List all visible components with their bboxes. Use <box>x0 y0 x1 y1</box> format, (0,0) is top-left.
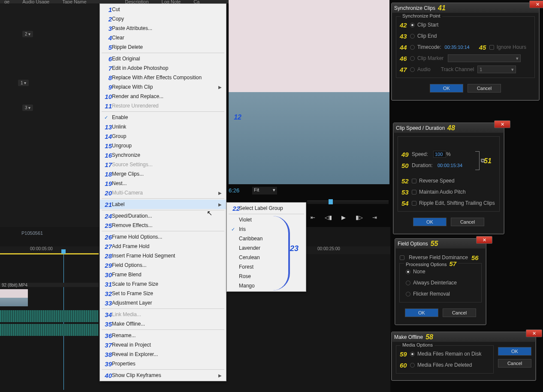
synchronize-clips-dialog: Synchronize Clips41 ✕ Synchronize Point … <box>391 3 540 101</box>
menu-item[interactable]: 22Select Label Group <box>227 203 306 213</box>
menu-item[interactable]: 36Rename... <box>100 331 226 340</box>
step-back-icon[interactable]: ◁▮ <box>324 213 332 221</box>
check-reverse-dominance[interactable] <box>400 255 404 260</box>
label-color-item[interactable]: Mango <box>227 281 306 290</box>
radio-none[interactable] <box>406 269 410 274</box>
radio-timecode[interactable] <box>410 45 415 50</box>
seq-marker[interactable]: 2 ▾ <box>22 31 33 37</box>
menu-item[interactable]: 30Frame Blend <box>100 270 226 279</box>
menu-item[interactable]: 27Add Frame Hold <box>100 242 226 251</box>
chain-icon[interactable]: ⧉ <box>481 157 485 164</box>
menu-item: 34Link Media... <box>100 310 226 319</box>
menu-item[interactable]: 39Properties <box>100 359 226 368</box>
check-ripple-edit[interactable] <box>412 201 416 206</box>
menu-item[interactable]: 9Replace With Clip▶ <box>100 82 226 92</box>
duration-value[interactable]: 00:00:15:34 <box>437 163 462 168</box>
cancel-button[interactable]: Cancel <box>451 218 484 226</box>
timecode-value[interactable]: 00:35:10:14 <box>445 45 470 50</box>
close-icon[interactable]: ✕ <box>529 0 543 8</box>
seq-marker[interactable]: 3 ▾ <box>22 105 33 111</box>
dialog-titlebar[interactable]: Synchronize Clips41 ✕ <box>392 3 539 13</box>
menu-item[interactable]: 13Unlink <box>100 122 226 132</box>
menu-item[interactable]: 26Frame Hold Options... <box>100 232 226 242</box>
make-offline-dialog: Make Offline58 ✕ Media Options 59Media F… <box>391 332 536 381</box>
menu-item[interactable]: 25Remove Effects... <box>100 221 226 230</box>
radio-deleted[interactable] <box>410 363 415 368</box>
menu-item[interactable]: 28Insert Frame Hold Segment <box>100 251 226 260</box>
audio-track-2[interactable] <box>0 324 99 336</box>
ok-button[interactable]: OK <box>498 347 531 356</box>
field-options-dialog: Field Options55 ✕ Reverse Field Dominanc… <box>395 238 486 325</box>
close-icon[interactable]: ✕ <box>494 120 510 128</box>
menu-item[interactable]: 16Synchronize <box>100 150 226 160</box>
menu-item[interactable]: 8Replace With After Effects Composition <box>100 73 226 82</box>
radio-clip-end[interactable] <box>410 34 415 39</box>
menu-item[interactable]: 6Edit Original <box>100 54 226 63</box>
transport-controls: ⇤ ◁▮ ▶ ▮▷ ⇥ <box>309 213 378 221</box>
menu-item[interactable]: 18Merge Clips... <box>100 169 226 179</box>
audio-track-1[interactable] <box>0 310 99 322</box>
play-icon[interactable]: ▶ <box>340 213 347 221</box>
menu-item[interactable]: 14Group <box>100 132 226 141</box>
menu-item[interactable]: 38Reveal in Explorer... <box>100 350 226 359</box>
menu-item[interactable]: 7Edit in Adobe Photoshop <box>100 63 226 73</box>
annotation-brace <box>273 216 290 290</box>
cancel-button[interactable]: Cancel <box>498 359 531 368</box>
label-color-item[interactable]: Forest <box>227 262 306 272</box>
radio-clip-start[interactable] <box>410 23 415 27</box>
zoom-fit-select[interactable]: Fit ▾ <box>252 187 277 195</box>
check-reverse-speed[interactable] <box>412 179 416 183</box>
clip-thumbnail[interactable] <box>0 289 28 306</box>
check-maintain-pitch[interactable] <box>412 190 416 195</box>
ok-button[interactable]: OK <box>430 84 463 93</box>
dialog-titlebar[interactable]: Clip Speed / Duration48 ✕ <box>393 123 504 133</box>
menu-item[interactable]: 33Adjustment Layer <box>100 298 226 308</box>
menu-item[interactable]: 15Ungroup <box>100 141 226 150</box>
link-icon[interactable] <box>475 151 480 170</box>
radio-flicker[interactable] <box>406 292 410 296</box>
dialog-titlebar[interactable]: Field Options55 ✕ <box>395 239 486 248</box>
ok-button[interactable]: OK <box>413 218 446 226</box>
menu-item[interactable]: 21Label▶ <box>100 200 226 209</box>
mark-in-icon[interactable]: ⇤ <box>309 213 317 221</box>
radio-audio <box>410 67 415 72</box>
mark-out-icon[interactable]: ⇥ <box>371 213 378 221</box>
label-color-item[interactable]: ✓Iris <box>227 224 306 234</box>
seq-marker[interactable]: 1 ▾ <box>18 80 29 86</box>
dialog-titlebar[interactable]: Make Offline58 ✕ <box>392 332 536 342</box>
ok-button[interactable]: OK <box>405 308 438 317</box>
check-ignore-hours[interactable] <box>489 45 494 50</box>
label-color-item[interactable]: Rose <box>227 272 306 281</box>
menu-item[interactable]: 5Ripple Delete <box>100 42 226 52</box>
scrubber-playhead[interactable] <box>329 199 333 204</box>
label-color-item[interactable]: Cerulean <box>227 253 306 262</box>
program-scrubber[interactable] <box>307 200 389 204</box>
cursor-icon: ↖ <box>207 209 212 217</box>
menu-item[interactable]: 32Set to Frame Size <box>100 289 226 298</box>
radio-clip-marker <box>410 56 415 61</box>
cancel-button[interactable]: Cancel <box>443 308 476 317</box>
close-icon[interactable]: ✕ <box>526 329 542 337</box>
menu-item[interactable]: 29Field Options... <box>100 260 226 270</box>
menu-item[interactable]: 4Clear <box>100 33 226 42</box>
label-color-item[interactable]: Caribbean <box>227 234 306 243</box>
radio-deinterlace[interactable] <box>406 281 410 285</box>
menu-item[interactable]: ✓Enable12 <box>100 113 226 122</box>
menu-item[interactable]: 1Cut <box>100 5 226 14</box>
radio-remain[interactable] <box>410 352 415 356</box>
menu-item[interactable]: 35Make Offline... <box>100 319 226 329</box>
cancel-button[interactable]: Cancel <box>468 84 501 93</box>
project-columns: ge Audio Usage Tape Name Description Log… <box>0 0 229 3</box>
label-color-item[interactable]: Violet <box>227 215 306 224</box>
menu-item[interactable]: 2Copy <box>100 14 226 24</box>
step-fwd-icon[interactable]: ▮▷ <box>355 213 363 221</box>
close-icon[interactable]: ✕ <box>476 236 492 244</box>
menu-item[interactable]: 10Render and Replace... <box>100 92 226 101</box>
menu-item[interactable]: 31Scale to Frame Size <box>100 279 226 289</box>
menu-item[interactable]: 3Paste Attributes... <box>100 24 226 33</box>
speed-input[interactable] <box>433 151 446 158</box>
sequence-name[interactable]: P1050561 <box>0 230 99 237</box>
menu-item[interactable]: 37Reveal in Project <box>100 340 226 350</box>
menu-item[interactable]: 19Nest... <box>100 179 226 188</box>
menu-item[interactable]: 40Show Clip Keyframes▶ <box>100 371 226 380</box>
